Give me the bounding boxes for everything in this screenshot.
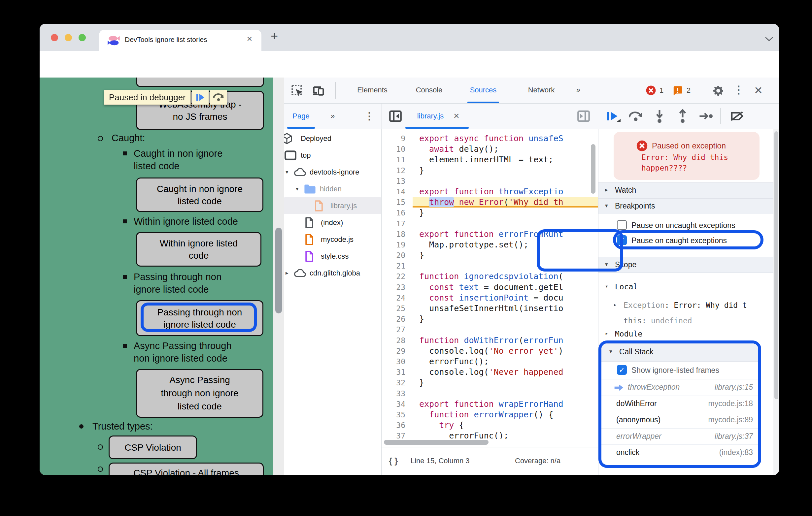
watch-section-header[interactable]: ▸ Watch xyxy=(599,182,773,198)
tree-item-style-css[interactable]: style.css xyxy=(284,248,381,265)
code-line[interactable]: Map.prototype.set(); xyxy=(413,240,598,250)
line-number[interactable]: 13 xyxy=(382,176,413,186)
frame-location[interactable]: library.js:15 xyxy=(715,383,753,392)
nav-more-tabs-icon[interactable]: » xyxy=(331,103,335,129)
code-line[interactable]: errorFunc(); xyxy=(413,430,598,439)
frame-location[interactable]: mycode.js:18 xyxy=(708,399,753,408)
chevron-down-icon[interactable]: ▾ xyxy=(286,169,293,176)
chevron-right-icon[interactable]: ▸ xyxy=(605,330,608,336)
step-icon[interactable] xyxy=(698,112,713,121)
chevron-right-icon[interactable]: ▸ xyxy=(614,302,617,308)
code-line[interactable] xyxy=(413,176,598,186)
line-number[interactable]: 20 xyxy=(382,250,413,261)
line-number[interactable]: 22 xyxy=(382,271,413,282)
line-number[interactable]: 36 xyxy=(382,420,413,430)
line-number[interactable]: 32 xyxy=(382,377,413,388)
line-number[interactable]: 24 xyxy=(382,293,413,303)
line-number[interactable]: 15 xyxy=(382,197,413,208)
tab-console[interactable]: Console xyxy=(416,78,443,102)
step-over-icon[interactable] xyxy=(629,110,643,122)
line-number[interactable]: 35 xyxy=(382,409,413,420)
partial-button-top[interactable] xyxy=(136,78,264,87)
collapse-debugger-sidebar-icon[interactable] xyxy=(577,110,590,123)
code-line[interactable]: } xyxy=(413,377,598,388)
code-line[interactable]: const insertionPoint = docu xyxy=(413,293,598,303)
tree-item--index-[interactable]: (index) xyxy=(284,214,381,231)
line-number[interactable]: 31 xyxy=(382,367,413,377)
sidebar-scrollbar[interactable] xyxy=(773,129,779,475)
code-line[interactable] xyxy=(413,261,598,271)
tab-elements[interactable]: Elements xyxy=(357,78,387,102)
code-line-paused[interactable]: throw new Error('Why did th xyxy=(413,197,598,208)
editor-vertical-scrollbar-thumb[interactable] xyxy=(591,144,596,194)
code-line[interactable]: await delay(); xyxy=(413,144,598,154)
tree-item-deployed[interactable]: Deployed xyxy=(284,130,381,147)
code-line[interactable]: export function throwExceptio xyxy=(413,186,598,197)
line-number[interactable]: 34 xyxy=(382,399,413,409)
nav-tab-page[interactable]: Page xyxy=(292,103,309,129)
step-over-icon[interactable] xyxy=(210,90,227,105)
resume-script-icon[interactable] xyxy=(192,90,209,105)
code-line[interactable]: } xyxy=(413,165,598,176)
deactivate-breakpoints-icon[interactable] xyxy=(730,110,745,122)
code-editor[interactable]: 9101112131415161718192021222324252627282… xyxy=(382,129,598,439)
tree-item-hidden[interactable]: ▾hidden xyxy=(284,180,381,197)
new-tab-button[interactable]: + xyxy=(271,29,278,43)
call-stack-frame-errorwrapper[interactable]: errorWrapperlibrary.js:37 xyxy=(601,428,758,445)
line-number[interactable]: 26 xyxy=(382,314,413,324)
frame-location[interactable]: mycode.js:89 xyxy=(708,415,753,424)
warning-badge-icon[interactable] xyxy=(672,85,683,96)
tree-item-top[interactable]: top xyxy=(284,147,381,164)
settings-gear-icon[interactable] xyxy=(712,84,725,97)
csp-violation-all-frames-button[interactable]: CSP Violation - All frames xyxy=(109,462,264,475)
code-line[interactable] xyxy=(413,218,598,229)
editor-tab-close-icon[interactable]: × xyxy=(454,110,460,121)
tree-item-library-js[interactable]: library.js xyxy=(284,197,381,214)
nav-kebab-icon[interactable]: ⋮ xyxy=(365,110,374,122)
passing-through-button[interactable]: Passing through non ignore listed code xyxy=(136,300,263,336)
line-number[interactable]: 27 xyxy=(382,324,413,335)
line-number[interactable]: 18 xyxy=(382,229,413,240)
scope-section-header[interactable]: ▾ Scope xyxy=(599,257,773,273)
traffic-close-button[interactable] xyxy=(51,34,58,41)
code-line[interactable]: } xyxy=(413,314,598,324)
step-out-icon[interactable] xyxy=(677,109,689,123)
editor-horizontal-scrollbar-thumb[interactable] xyxy=(384,440,489,445)
chevron-right-icon[interactable]: ▸ xyxy=(286,270,293,276)
frame-location[interactable]: (index):83 xyxy=(719,448,753,457)
line-number[interactable]: 11 xyxy=(382,154,413,165)
code-line[interactable]: function doWithError(errorFun xyxy=(413,335,598,346)
collapse-navigator-icon[interactable] xyxy=(389,110,402,123)
pause-caught-checkbox[interactable]: ✓ xyxy=(617,235,627,245)
call-stack-frame--anonymous-[interactable]: (anonymous)mycode.js:89 xyxy=(601,412,758,428)
code-line[interactable]: console.log('Never happened xyxy=(413,367,598,377)
within-ignore-button[interactable]: Within ignore listed code xyxy=(136,232,261,267)
step-into-icon[interactable] xyxy=(654,109,665,123)
code-line[interactable]: try { xyxy=(413,420,598,430)
breakpoints-section-header[interactable]: ▾ Breakpoints xyxy=(599,198,773,214)
line-number[interactable]: 29 xyxy=(382,346,413,356)
line-number[interactable]: 17 xyxy=(382,218,413,229)
traffic-zoom-button[interactable] xyxy=(79,34,86,41)
frame-location[interactable]: library.js:37 xyxy=(715,432,753,441)
editor-tab-libraryjs[interactable]: library.js xyxy=(417,103,444,129)
line-number[interactable]: 28 xyxy=(382,335,413,346)
device-toolbar-icon[interactable] xyxy=(312,85,325,97)
resume-execution-icon[interactable] xyxy=(606,110,619,122)
code-line[interactable]: } xyxy=(413,208,598,218)
caught-in-button[interactable]: Caught in non ignore listed code xyxy=(136,178,263,212)
devtools-close-icon[interactable]: ✕ xyxy=(754,84,763,97)
code-line[interactable]: function ignoredcspviolation( xyxy=(413,271,598,282)
tree-item-devtools-ignore[interactable]: ▾devtools-ignore xyxy=(284,164,381,180)
traffic-minimize-button[interactable] xyxy=(65,34,72,41)
code-line[interactable]: export function wrapErrorHand xyxy=(413,399,598,409)
line-number[interactable]: 25 xyxy=(382,303,413,314)
line-number[interactable]: 30 xyxy=(382,356,413,367)
page-scrollbar-thumb[interactable] xyxy=(275,227,282,313)
browser-tab[interactable]: DevTools ignore list stories × xyxy=(99,30,261,51)
code-line[interactable]: console.log('No error yet') xyxy=(413,346,598,356)
tab-sources[interactable]: Sources xyxy=(470,78,497,102)
code-line[interactable]: export async function unsafeS xyxy=(413,133,598,144)
pause-uncaught-checkbox[interactable] xyxy=(617,220,627,230)
line-number[interactable]: 33 xyxy=(382,388,413,399)
